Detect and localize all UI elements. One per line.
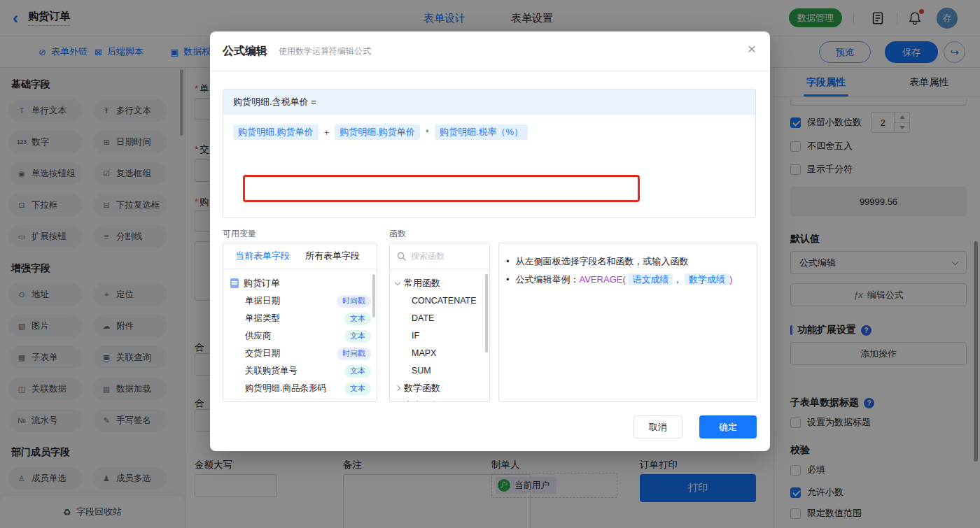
- function-search-input[interactable]: [411, 251, 475, 261]
- function-group-common[interactable]: 常用函数: [396, 274, 489, 292]
- function-item[interactable]: CONCATENATE: [396, 292, 489, 309]
- variable-name: 单据类型: [245, 313, 280, 324]
- modal-header: 公式编辑 使用数学运算符编辑公式 ×: [210, 31, 770, 71]
- tab-current-form-fields[interactable]: 当前表单字段: [235, 250, 290, 262]
- variable-item[interactable]: 供应商文本: [230, 327, 371, 345]
- variable-type-badge: 文本: [344, 383, 371, 395]
- function-item[interactable]: MAPX: [396, 344, 489, 362]
- variables-scrollbar[interactable]: [372, 274, 375, 317]
- variable-root-label: 购货订单: [244, 277, 280, 290]
- variable-name: 单据日期: [245, 295, 280, 307]
- formula-editor-modal: 公式编辑 使用数学运算符编辑公式 × 购货明细.含税单价 = 购货明细.购货单价…: [210, 31, 770, 451]
- variable-item[interactable]: 单据日期时间戳: [230, 292, 371, 310]
- function-search[interactable]: [390, 243, 489, 269]
- modal-title: 公式编辑: [223, 44, 267, 59]
- formula-expression[interactable]: 购货明细.购货单价 + 购货明细.购货单价 * 购货明细.税率（%）: [223, 115, 755, 150]
- variable-name: 关联购货单号: [245, 365, 298, 377]
- example-field-chip: 数学成绩: [685, 273, 729, 285]
- variable-tree-root[interactable]: 购货订单: [230, 274, 371, 292]
- chevron-down-icon: [395, 279, 400, 285]
- function-item[interactable]: IF: [396, 327, 489, 344]
- function-item[interactable]: SUM: [396, 362, 489, 379]
- variable-type-badge: 文本: [344, 365, 371, 378]
- variable-type-badge: 时间戳: [337, 295, 371, 308]
- help-tip-text: 从左侧面板选择字段名和函数，或输入函数: [516, 252, 689, 271]
- chevron-right-icon: [395, 385, 400, 390]
- variable-type-badge: 文本: [344, 313, 371, 325]
- variable-name: 供应商: [245, 330, 272, 342]
- formula-field-token[interactable]: 购货明细.购货单价: [233, 124, 318, 140]
- help-example-text: 公式编辑举例：AVERAGE( 语文成绩， 数学成绩): [516, 271, 733, 289]
- functions-panel: 常用函数 CONCATENATE DATE IF MAPX SUM 数学函数 文…: [389, 243, 490, 402]
- formula-editor-area[interactable]: 购货明细.含税单价 = 购货明细.购货单价 + 购货明细.购货单价 * 购货明细…: [223, 89, 756, 218]
- variable-item[interactable]: 购货明细.商品条形码文本: [230, 380, 371, 397]
- variable-name: 购货明细.商品条形码: [245, 383, 326, 394]
- functions-scrollbar[interactable]: [485, 274, 488, 352]
- variable-item[interactable]: 关联购货单号文本: [230, 362, 371, 380]
- variables-label: 可用变量: [223, 228, 256, 240]
- form-doc-icon: [230, 278, 239, 288]
- close-icon[interactable]: ×: [748, 41, 756, 56]
- annotation-red-box: [243, 175, 640, 202]
- variable-type-badge: 时间戳: [337, 348, 371, 360]
- bullet-icon: •: [506, 271, 510, 289]
- modal-subtitle: 使用数学运算符编辑公式: [279, 45, 371, 57]
- variable-item[interactable]: 交货日期时间戳: [230, 345, 371, 362]
- search-icon: [397, 252, 406, 261]
- function-group-math[interactable]: 数学函数: [396, 379, 489, 397]
- formula-operator: *: [426, 127, 429, 138]
- formula-target: 购货明细.含税单价 =: [223, 90, 755, 115]
- formula-field-token[interactable]: 购货明细.购货单价: [335, 124, 420, 140]
- confirm-button[interactable]: 确定: [699, 415, 757, 438]
- variable-item[interactable]: 单据类型文本: [230, 310, 371, 327]
- formula-operator: +: [324, 127, 330, 138]
- formula-help-panel: • 从左侧面板选择字段名和函数，或输入函数 • 公式编辑举例：AVERAGE( …: [498, 243, 757, 402]
- variables-panel: 当前表单字段 所有表单字段 购货订单 单据日期时间戳 单据类型文本 供应商文本 …: [223, 243, 377, 402]
- function-group-label: 数学函数: [404, 382, 440, 394]
- formula-field-token[interactable]: 购货明细.税率（%）: [435, 124, 528, 140]
- tab-all-form-fields[interactable]: 所有表单字段: [305, 250, 360, 262]
- variable-name: 交货日期: [245, 348, 280, 359]
- help-tip: • 从左侧面板选择字段名和函数，或输入函数: [506, 252, 750, 271]
- example-field-chip: 语文成绩: [628, 273, 673, 285]
- function-group-text[interactable]: 文本函数: [396, 397, 489, 402]
- help-example: • 公式编辑举例：AVERAGE( 语文成绩， 数学成绩): [506, 271, 750, 289]
- function-group-label: 常用函数: [404, 277, 440, 290]
- function-group-label: 文本函数: [404, 399, 440, 403]
- functions-label: 函数: [389, 228, 406, 240]
- bullet-icon: •: [506, 252, 510, 271]
- variable-type-badge: 文本: [344, 330, 371, 343]
- function-item[interactable]: DATE: [396, 309, 489, 327]
- cancel-button[interactable]: 取消: [634, 415, 682, 438]
